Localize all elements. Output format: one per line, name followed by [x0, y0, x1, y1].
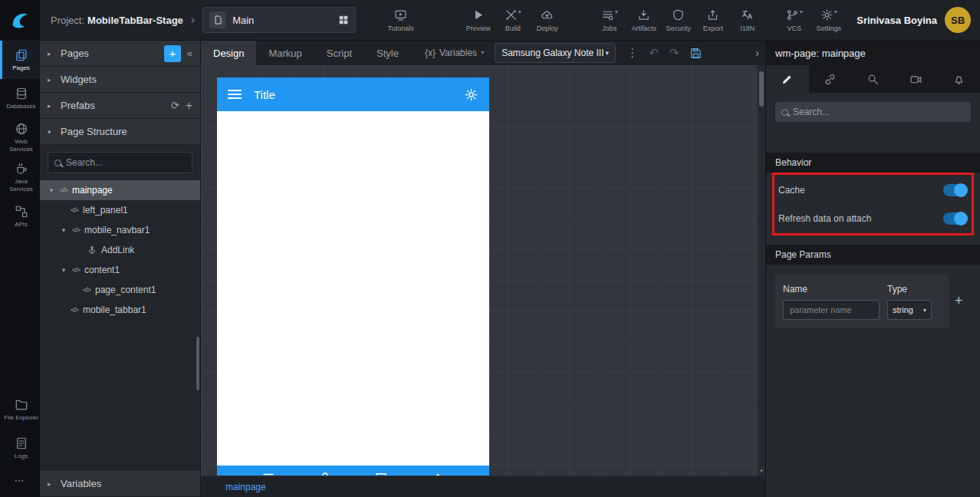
- section-page-structure[interactable]: ▾ Page Structure: [40, 119, 200, 145]
- section-widgets[interactable]: ▸ Widgets: [40, 67, 200, 93]
- caret-down-icon: ▾: [48, 128, 55, 136]
- structure-search[interactable]: [48, 152, 192, 173]
- section-pages[interactable]: ▸ Pages + «: [40, 41, 200, 67]
- save-icon[interactable]: [689, 47, 702, 60]
- expand-panel-icon[interactable]: ›: [749, 47, 765, 59]
- mobile-tabbar[interactable]: [217, 466, 489, 476]
- properties-search-input[interactable]: [793, 107, 965, 117]
- tree-item-addlink[interactable]: AddLink: [40, 240, 200, 260]
- caret-down-icon[interactable]: ▾: [48, 186, 55, 194]
- rail-item-file-explorer[interactable]: File Explorer: [0, 390, 40, 429]
- code-icon: </>: [72, 226, 80, 234]
- page-selector-label: Main: [232, 15, 254, 26]
- caret-down-icon[interactable]: ▾: [60, 226, 67, 234]
- caret-down-icon: ▾: [923, 307, 926, 314]
- play-icon: [472, 8, 485, 21]
- more-options-icon[interactable]: ⋮: [626, 46, 638, 60]
- refresh-data-toggle[interactable]: [943, 212, 968, 225]
- scrollbar-thumb[interactable]: [759, 71, 764, 107]
- behavior-heading: Behavior: [766, 153, 980, 173]
- section-prefabs[interactable]: ▸ Prefabs ⟳ +: [40, 93, 200, 119]
- build-button[interactable]: ▾ Build: [495, 8, 530, 32]
- design-canvas[interactable]: Title ▾: [201, 65, 765, 476]
- rail-item-java-services[interactable]: Java Services: [0, 157, 40, 197]
- tab-markup[interactable]: Markup: [256, 41, 314, 65]
- chevron-right-icon[interactable]: ›: [191, 13, 195, 27]
- code-icon: </>: [72, 266, 80, 274]
- magnifier-gear-icon: [867, 73, 880, 86]
- settings-button[interactable]: ▾ Settings: [811, 8, 846, 32]
- caret-right-icon: ▸: [48, 102, 55, 110]
- param-type-select[interactable]: string ▾: [887, 300, 932, 320]
- folder-icon: [15, 398, 28, 412]
- caret-down-icon: ▾: [834, 8, 837, 16]
- undo-icon[interactable]: ↶: [649, 46, 659, 60]
- globe-icon: [15, 122, 28, 136]
- caret-down-icon: ▾: [606, 49, 610, 57]
- tab-styles[interactable]: [809, 65, 852, 93]
- collapse-panel-icon[interactable]: «: [187, 48, 192, 59]
- preview-button[interactable]: Preview: [461, 8, 495, 32]
- variables-x-icon: {x}: [425, 48, 436, 58]
- jobs-button[interactable]: ▾ Jobs: [592, 8, 626, 32]
- add-param-button[interactable]: +: [955, 293, 963, 309]
- page-tab-mainpage[interactable]: mainpage: [225, 482, 266, 492]
- code-icon: </>: [60, 186, 67, 194]
- export-button[interactable]: Export: [696, 8, 730, 32]
- tree-item-page-content1[interactable]: </> page_content1: [40, 280, 200, 300]
- refresh-prefabs-icon[interactable]: ⟳: [171, 100, 179, 111]
- tree-item-mobile-tabbar1[interactable]: </> mobile_tabbar1: [40, 300, 200, 320]
- tab-inspect[interactable]: [852, 65, 895, 93]
- app-logo[interactable]: [0, 0, 40, 40]
- rail-item-pages[interactable]: Pages: [0, 41, 40, 79]
- rail-item-databases[interactable]: Databases: [0, 79, 40, 117]
- section-variables[interactable]: ▸ Variables: [40, 471, 200, 497]
- mobile-navbar[interactable]: Title: [217, 77, 489, 111]
- tab-preview-device[interactable]: [894, 65, 937, 93]
- artifacts-button[interactable]: Artifacts: [626, 8, 661, 32]
- redo-icon[interactable]: ↷: [669, 46, 679, 60]
- security-button[interactable]: Security: [661, 8, 696, 32]
- list-icon: [261, 471, 275, 476]
- deploy-button[interactable]: Deploy: [530, 8, 564, 32]
- device-select[interactable]: Samsung Galaxy Note III ▾: [495, 43, 616, 63]
- user-menu[interactable]: Srinivasa Boyina SB: [857, 7, 971, 33]
- tab-style[interactable]: Style: [364, 41, 411, 65]
- left-rail: Pages Databases Web Services Java Servic…: [0, 41, 40, 497]
- rail-item-web-services[interactable]: Web Services: [0, 117, 40, 157]
- tree-item-mobile-navbar1[interactable]: ▾ </> mobile_navbar1: [40, 220, 200, 240]
- tree-scrollbar[interactable]: [196, 337, 199, 390]
- scroll-down-arrow[interactable]: ▾: [758, 468, 765, 474]
- avatar[interactable]: SB: [945, 7, 971, 33]
- properties-search[interactable]: [775, 102, 971, 122]
- add-page-button[interactable]: +: [164, 45, 181, 62]
- grid-view-icon[interactable]: [338, 15, 349, 25]
- tree-item-content1[interactable]: ▾ </> content1: [40, 260, 200, 280]
- page-params-table: Name Type string ▾: [775, 274, 949, 327]
- tab-events[interactable]: [937, 65, 980, 93]
- tree-item-left-panel1[interactable]: </> left_panel1: [40, 200, 200, 220]
- vcs-button[interactable]: ▾ VCS: [777, 8, 811, 32]
- hamburger-menu-icon[interactable]: [228, 94, 242, 95]
- jobs-list-icon: [601, 8, 614, 21]
- cache-toggle[interactable]: [943, 184, 968, 196]
- more-menu-icon[interactable]: ⋯: [0, 467, 40, 497]
- mobile-preview[interactable]: Title: [217, 77, 489, 476]
- tab-design[interactable]: Design: [201, 41, 256, 65]
- page-selector[interactable]: Main: [202, 7, 356, 33]
- structure-search-input[interactable]: [66, 157, 186, 168]
- gear-icon[interactable]: [464, 87, 478, 102]
- user-icon: [318, 471, 332, 476]
- tab-script[interactable]: Script: [314, 41, 364, 65]
- rail-item-apis[interactable]: APIs: [0, 197, 40, 235]
- tutorials-button[interactable]: Tutorials: [383, 8, 418, 32]
- param-name-input[interactable]: [783, 300, 880, 320]
- rail-item-logs[interactable]: Logs: [0, 429, 40, 467]
- canvas-scrollbar[interactable]: ▾: [758, 65, 765, 476]
- tab-properties[interactable]: [766, 65, 809, 93]
- variables-dropdown[interactable]: {x} Variables ▾: [425, 48, 484, 58]
- caret-down-icon[interactable]: ▾: [60, 266, 67, 274]
- tree-item-mainpage[interactable]: ▾ </> mainpage: [40, 180, 200, 200]
- i18n-button[interactable]: I18N: [730, 8, 765, 32]
- add-prefab-icon[interactable]: +: [186, 99, 192, 113]
